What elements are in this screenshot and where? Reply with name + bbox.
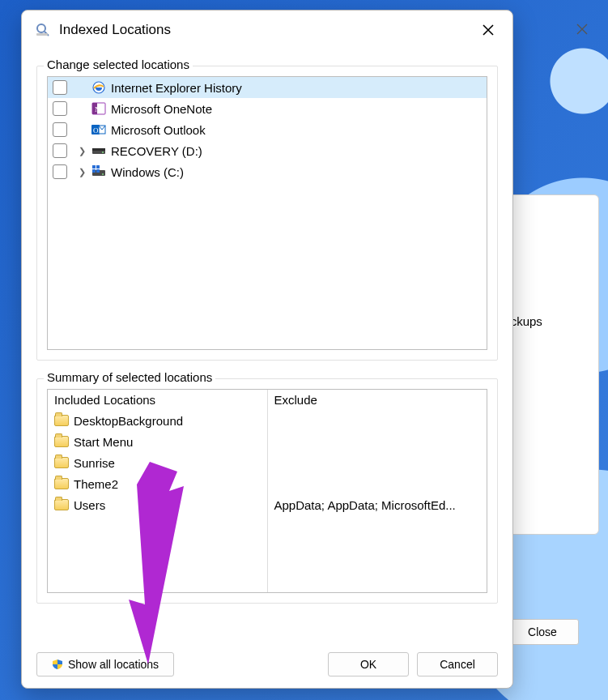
checkbox[interactable] xyxy=(53,101,67,116)
included-item-label: Sunrise xyxy=(74,456,115,470)
included-item[interactable]: Sunrise xyxy=(54,454,261,472)
included-item-label: Start Menu xyxy=(74,435,133,449)
svg-rect-15 xyxy=(92,165,96,169)
included-item[interactable]: Theme2 xyxy=(54,475,261,493)
onenote-icon: N xyxy=(91,101,106,116)
summary-table: Included Locations DesktopBackgroundStar… xyxy=(47,389,487,593)
svg-text:N: N xyxy=(95,105,100,113)
dialog-footer: Show all locations OK Cancel xyxy=(22,644,512,688)
summary-group: Summary of selected locations Included L… xyxy=(36,378,498,604)
checkbox[interactable] xyxy=(53,122,67,137)
change-locations-group: Change selected locations ❯Internet Expl… xyxy=(36,66,498,361)
folder-icon xyxy=(54,457,69,468)
tree-row-label: Internet Explorer History xyxy=(111,81,242,95)
drive-icon xyxy=(91,143,106,158)
tree-row-label: RECOVERY (D:) xyxy=(111,144,202,158)
parent-close-inline-button[interactable]: Close xyxy=(506,619,579,645)
windrv-icon xyxy=(91,164,106,179)
titlebar: Indexed Locations xyxy=(22,11,512,48)
svg-rect-17 xyxy=(92,169,96,173)
included-item-label: Users xyxy=(74,498,105,512)
chevron-right-icon[interactable]: ❯ xyxy=(77,167,87,177)
summary-exclude-column: Exclude AppData; AppData; MicrosoftEd... xyxy=(267,390,487,592)
chevron-right-icon[interactable]: ❯ xyxy=(77,146,87,156)
ok-button[interactable]: OK xyxy=(328,652,409,677)
indexing-options-icon xyxy=(35,22,51,38)
svg-rect-11 xyxy=(92,148,105,151)
checkbox[interactable] xyxy=(53,80,67,95)
cancel-button[interactable]: Cancel xyxy=(417,652,498,677)
tree-row[interactable]: ❯Windows (C:) xyxy=(48,161,487,182)
exclude-header: Exclude xyxy=(274,393,481,407)
svg-point-14 xyxy=(102,173,104,175)
included-item-label: Theme2 xyxy=(74,477,118,491)
included-item[interactable]: Start Menu xyxy=(54,433,261,450)
folder-icon xyxy=(54,499,69,510)
tree-row[interactable]: ❯RECOVERY (D:) xyxy=(48,140,487,161)
exclude-item xyxy=(274,475,481,493)
included-item-label: DesktopBackground xyxy=(74,414,183,428)
locations-tree[interactable]: ❯Internet Explorer History❯NMicrosoft On… xyxy=(47,76,487,350)
show-all-locations-label: Show all locations xyxy=(68,658,159,671)
svg-rect-2 xyxy=(36,33,48,36)
exclude-item xyxy=(274,433,481,450)
parent-close-label: Close xyxy=(528,625,557,638)
close-icon xyxy=(483,24,494,36)
tree-row-label: Windows (C:) xyxy=(111,165,184,179)
show-all-locations-button[interactable]: Show all locations xyxy=(36,652,174,677)
change-locations-label: Change selected locations xyxy=(44,58,193,71)
svg-text:O: O xyxy=(93,126,99,134)
dialog-title: Indexed Locations xyxy=(59,22,171,38)
included-header: Included Locations xyxy=(54,393,261,407)
ok-label: OK xyxy=(360,658,376,671)
ie-icon xyxy=(91,80,106,95)
tree-row-label: Microsoft Outlook xyxy=(111,123,206,137)
tree-row[interactable]: ❯NMicrosoft OneNote xyxy=(48,98,487,119)
exclude-item xyxy=(274,412,481,429)
checkbox[interactable] xyxy=(53,164,67,179)
folder-icon xyxy=(54,478,69,489)
svg-point-0 xyxy=(37,24,45,32)
exclude-item: AppData; AppData; MicrosoftEd... xyxy=(274,496,481,514)
summary-label: Summary of selected locations xyxy=(44,370,215,384)
indexed-locations-dialog: Indexed Locations Change selected locati… xyxy=(21,10,513,689)
svg-rect-18 xyxy=(96,169,100,173)
tree-row[interactable]: ❯Internet Explorer History xyxy=(48,77,487,98)
svg-rect-16 xyxy=(96,165,100,169)
exclude-item-label: AppData; AppData; MicrosoftEd... xyxy=(274,498,456,512)
close-button[interactable] xyxy=(474,19,503,41)
cancel-label: Cancel xyxy=(440,658,475,671)
folder-icon xyxy=(54,436,69,447)
outlook-icon: O xyxy=(91,122,106,137)
tree-row-label: Microsoft OneNote xyxy=(111,102,212,116)
included-item[interactable]: Users xyxy=(54,496,261,514)
tree-row[interactable]: ❯OMicrosoft Outlook xyxy=(48,119,487,140)
checkbox[interactable] xyxy=(53,143,67,158)
folder-icon xyxy=(54,415,69,426)
uac-shield-icon xyxy=(52,659,63,670)
exclude-item xyxy=(274,454,481,472)
parent-close-button[interactable] xyxy=(568,18,597,41)
svg-point-12 xyxy=(102,152,104,153)
included-item[interactable]: DesktopBackground xyxy=(54,412,261,429)
summary-included-column: Included Locations DesktopBackgroundStar… xyxy=(48,390,267,592)
